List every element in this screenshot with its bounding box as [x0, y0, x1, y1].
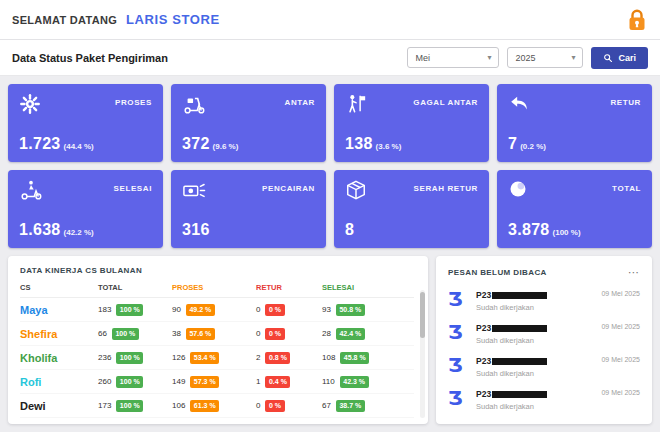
message-item[interactable]: Ʒ P23 Sudah dikerjakan 09 Mei 2025 [448, 356, 640, 378]
return-arrow-icon [508, 93, 530, 115]
redacted-text [492, 391, 547, 398]
stat-card-selesai: SELESAI 1.638 (42.2 %) [8, 170, 163, 248]
proses-value: 90 [172, 305, 181, 314]
redacted-text [492, 325, 547, 332]
stat-card-value: 372 [182, 135, 210, 153]
person-flag-icon [345, 93, 367, 115]
stat-card-pct: (3.6 %) [376, 142, 402, 151]
retur-value: 0 [256, 401, 260, 410]
total-pct-badge: 100 % [116, 400, 143, 412]
year-select-value: 2025 [515, 53, 535, 63]
retur-value: 0 [256, 329, 260, 338]
bottom-panels: DATA KINERJA CS BULANAN CS TOTAL PROSES … [0, 256, 660, 424]
cs-name: Kholifa [20, 352, 98, 364]
stat-card-antar: ANTAR 372 (9.6 %) [171, 84, 326, 162]
courier-logo-icon: Ʒ [448, 323, 468, 342]
stat-card-label: ANTAR [285, 98, 315, 107]
search-button-label: Cari [618, 53, 636, 63]
stat-card-proses: PROSES 1.723 (44.4 %) [8, 84, 163, 162]
circle-icon [508, 179, 528, 199]
redacted-text [492, 358, 547, 365]
message-id: P23 [476, 356, 491, 366]
stat-card-pct: (0.2 %) [520, 142, 546, 151]
selesai-pct-badge: 42.3 % [340, 376, 369, 388]
selesai-value: 110 [322, 377, 335, 386]
stat-card-value: 316 [182, 221, 210, 239]
stat-card-value: 138 [345, 135, 373, 153]
selesai-value: 67 [322, 401, 331, 410]
selesai-pct-badge: 42.4 % [336, 328, 365, 340]
message-status: Sudah dikerjakan [476, 402, 587, 411]
stat-card-gagal-antar: GAGAL ANTAR 138 (3.6 %) [334, 84, 489, 162]
app-header: SELAMAT DATANG LARIS STORE [0, 0, 660, 40]
stat-card-total: TOTAL 3.878 (100 %) [497, 170, 652, 248]
proses-pct-badge: 49.2 % [186, 304, 215, 316]
message-status: Sudah dikerjakan [476, 303, 587, 312]
total-value: 183 [98, 305, 111, 314]
stat-card-pct: (100 %) [553, 228, 581, 237]
search-icon [603, 53, 613, 63]
stat-card-pencairan: PENCAIRAN 316 [171, 170, 326, 248]
package-icon [345, 179, 367, 201]
chevron-down-icon: ▾ [571, 53, 575, 62]
search-button[interactable]: Cari [591, 47, 648, 69]
total-pct-badge: 100 % [116, 376, 143, 388]
message-item[interactable]: Ʒ P23 Sudah dikerjakan 09 Mei 2025 [448, 290, 640, 312]
retur-pct-badge: 0 % [265, 400, 284, 412]
cs-performance-panel: DATA KINERJA CS BULANAN CS TOTAL PROSES … [8, 256, 428, 424]
welcome-text: SELAMAT DATANG [12, 14, 117, 26]
selesai-value: 93 [322, 305, 331, 314]
proses-value: 38 [172, 329, 181, 338]
proses-pct-badge: 57.3 % [190, 376, 219, 388]
total-pct-badge: 100 % [116, 304, 143, 316]
month-select[interactable]: Mei ▾ [407, 47, 499, 68]
filter-toolbar: Data Status Paket Pengiriman Mei ▾ 2025 … [0, 40, 660, 76]
retur-pct-badge: 0 % [265, 304, 284, 316]
more-menu-icon[interactable]: ⋯ [628, 266, 640, 279]
padlock-icon[interactable] [626, 8, 648, 32]
message-date: 09 Mei 2025 [595, 356, 640, 363]
courier-logo-icon: Ʒ [448, 290, 468, 309]
retur-value: 2 [256, 353, 260, 362]
retur-pct-badge: 0.4 % [265, 376, 290, 388]
stat-card-pct: (44.4 %) [64, 142, 94, 151]
message-date: 09 Mei 2025 [595, 389, 640, 396]
message-item[interactable]: Ʒ P23 Sudah dikerjakan 09 Mei 2025 [448, 323, 640, 345]
courier-logo-icon: Ʒ [448, 389, 468, 408]
stat-card-retur: RETUR 7 (0.2 %) [497, 84, 652, 162]
stat-cards-grid: PROSES 1.723 (44.4 %) ANTAR 372 (9.6 %) [0, 76, 660, 256]
scrollbar-thumb[interactable] [420, 292, 425, 338]
retur-value: 1 [256, 377, 260, 386]
message-date: 09 Mei 2025 [595, 290, 640, 297]
table-row: Rofi 260100 % 14957.3 % 10.4 % 11042.3 % [20, 370, 414, 394]
total-value: 236 [98, 353, 111, 362]
proses-value: 106 [172, 401, 185, 410]
scooter-icon [182, 93, 206, 115]
total-pct-badge: 100 % [116, 352, 143, 364]
col-proses: PROSES [172, 283, 256, 292]
retur-pct-badge: 0.8 % [265, 352, 290, 364]
stat-card-label: GAGAL ANTAR [413, 98, 478, 107]
total-pct-badge: 100 % [112, 328, 139, 340]
unread-messages-panel: PESAN BELUM DIBACA ⋯ Ʒ P23 Sudah dikerja… [436, 256, 652, 424]
selesai-pct-badge: 45.8 % [340, 352, 369, 364]
col-cs: CS [20, 283, 98, 292]
stat-card-label: PENCAIRAN [262, 184, 315, 193]
stat-card-pct: (42.2 %) [64, 228, 94, 237]
total-value: 66 [98, 329, 107, 338]
table-row: Kholifa 236100 % 12653.4 % 20.8 % 10845.… [20, 346, 414, 370]
stat-card-value: 7 [508, 135, 517, 153]
selesai-value: 108 [322, 353, 335, 362]
selesai-value: 28 [322, 329, 331, 338]
year-select[interactable]: 2025 ▾ [507, 47, 583, 68]
stat-card-value: 3.878 [508, 221, 550, 239]
money-icon [182, 179, 206, 201]
selesai-pct-badge: 38.7 % [336, 400, 365, 412]
table-row: Dewi 173100 % 10661.3 % 00 % 6738.7 % [20, 394, 414, 418]
stat-card-value: 8 [345, 221, 354, 239]
stat-card-label: TOTAL [612, 184, 641, 193]
stat-card-value: 1.723 [19, 135, 61, 153]
message-item[interactable]: Ʒ P23 Sudah dikerjakan 09 Mei 2025 [448, 389, 640, 411]
col-selesai: SELESAI [322, 283, 408, 292]
col-total: TOTAL [98, 283, 172, 292]
